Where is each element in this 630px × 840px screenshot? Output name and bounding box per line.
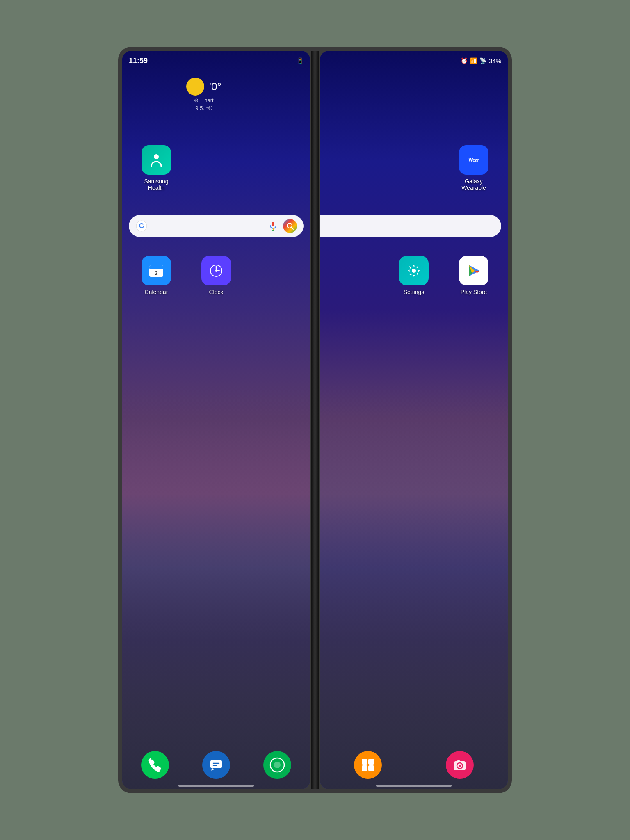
battery-text: 34% — [489, 57, 501, 64]
svg-point-15 — [215, 270, 217, 272]
widget-area: '0° ⊕ L hart 9:5. ↑© — [186, 78, 221, 111]
sim-icon: 📱 — [297, 57, 304, 64]
left-status-bar: 11:59 📱 — [122, 51, 310, 71]
right-panel: ⏰ 📶 📡 34% Wear Galaxy Wearable — [320, 51, 508, 789]
galaxy-wearable-label: Galaxy Wearable — [455, 178, 492, 191]
svg-line-7 — [292, 228, 294, 230]
svg-rect-27 — [457, 760, 460, 762]
dock-multiwindow[interactable] — [354, 751, 382, 779]
samsung-health-icon — [142, 145, 171, 175]
samsung-health-label: Samsung Health — [138, 178, 175, 191]
svg-rect-21 — [368, 759, 374, 765]
dock-right — [320, 751, 508, 779]
apps-area-left: Samsung Health — [122, 145, 310, 199]
dock-phone[interactable] — [141, 751, 169, 779]
app-galaxy-wearable[interactable]: Wear Galaxy Wearable — [455, 145, 492, 191]
svg-text:3: 3 — [155, 270, 158, 276]
svg-point-19 — [412, 269, 416, 273]
bottom-apps-left: 3 Calendar Cloc — [122, 256, 310, 304]
nav-bar-left — [178, 785, 253, 787]
svg-point-0 — [154, 154, 159, 159]
svg-rect-16 — [210, 760, 222, 768]
clock-icon — [201, 256, 231, 285]
bottom-apps-right: Settings Play Store — [320, 256, 508, 304]
dock-bixby[interactable] — [263, 751, 291, 779]
settings-icon — [399, 256, 429, 285]
svg-point-26 — [459, 765, 461, 767]
widget-temp: '0° — [209, 80, 221, 93]
alarm-icon: ⏰ — [461, 57, 468, 64]
app-play-store[interactable]: Play Store — [455, 256, 492, 295]
calendar-icon: 3 — [142, 256, 171, 285]
search-bar[interactable]: G — [129, 215, 304, 237]
status-time: 11:59 — [129, 57, 148, 65]
google-g-icon: G — [135, 220, 148, 232]
hinge — [311, 51, 319, 789]
dock-left — [122, 751, 310, 779]
nav-bar-right — [376, 785, 451, 787]
calendar-label: Calendar — [145, 289, 168, 295]
svg-rect-9 — [149, 265, 163, 269]
play-store-label: Play Store — [461, 289, 487, 295]
play-store-icon — [459, 256, 488, 285]
dock-messages[interactable] — [202, 751, 230, 779]
apps-area-right: Wear Galaxy Wearable — [320, 145, 508, 199]
svg-rect-20 — [362, 759, 368, 765]
settings-label: Settings — [404, 289, 425, 295]
galaxy-wearable-icon: Wear — [459, 145, 488, 175]
search-bar-right[interactable] — [320, 215, 501, 237]
status-icons-left: 📱 — [297, 57, 304, 64]
mic-icon[interactable] — [267, 220, 279, 232]
svg-point-18 — [274, 762, 281, 768]
widget-sub2: 9:5. ↑© — [195, 105, 212, 111]
app-settings[interactable]: Settings — [395, 256, 432, 295]
app-clock[interactable]: Clock — [198, 256, 235, 295]
right-status-bar: ⏰ 📶 📡 34% — [320, 51, 508, 71]
phone-outer: 11:59 📱 '0° ⊕ L hart 9:5. ↑© — [118, 47, 512, 793]
app-calendar[interactable]: 3 Calendar — [138, 256, 175, 295]
svg-text:G: G — [139, 222, 144, 229]
wifi-icon: 📶 — [470, 57, 477, 64]
widget-sub1: ⊕ L hart — [194, 97, 213, 103]
status-icons-right: ⏰ 📶 📡 34% — [461, 57, 501, 64]
svg-rect-23 — [368, 765, 374, 771]
app-samsung-health[interactable]: Samsung Health — [138, 145, 175, 191]
left-panel: 11:59 📱 '0° ⊕ L hart 9:5. ↑© — [122, 51, 310, 789]
widget-circle — [186, 78, 204, 96]
signal-icon: 📡 — [479, 57, 486, 64]
lens-icon[interactable] — [283, 219, 297, 233]
clock-label: Clock — [209, 289, 223, 295]
dock-capture[interactable] — [446, 751, 474, 779]
svg-rect-22 — [362, 765, 368, 771]
svg-rect-3 — [272, 222, 274, 226]
